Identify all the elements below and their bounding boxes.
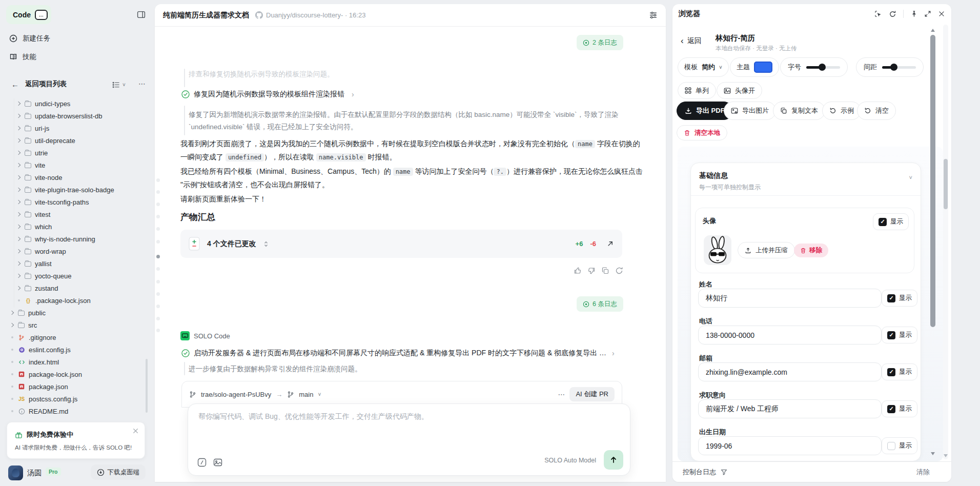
job-intention-field[interactable] bbox=[698, 399, 882, 418]
back-to-projects[interactable]: ← 返回项目列表 bbox=[11, 79, 67, 89]
download-desktop-button[interactable]: 下载桌面端 bbox=[91, 464, 146, 480]
collapse-section-icon[interactable]: ˅ bbox=[909, 174, 912, 180]
content-scrollbar[interactable] bbox=[930, 27, 936, 457]
user-name[interactable]: 汤圆 bbox=[27, 469, 42, 478]
tree-item[interactable]: vite-tsconfig-paths bbox=[0, 196, 146, 208]
panel-scrollbar[interactable] bbox=[943, 25, 948, 459]
tree-item[interactable]: JSpostcss.config.js bbox=[0, 393, 146, 405]
mode-switch-code[interactable]: Code ··· bbox=[6, 5, 51, 24]
chevron-down-icon[interactable]: ˅ bbox=[318, 392, 321, 397]
open-external-icon[interactable] bbox=[606, 240, 614, 248]
skills-button[interactable]: 技能 bbox=[9, 52, 36, 62]
target-branch[interactable]: main bbox=[299, 391, 313, 398]
log-count-badge[interactable]: 6 条日志 bbox=[577, 296, 623, 312]
font-size-slider[interactable] bbox=[806, 66, 840, 69]
theme-picker[interactable]: 主题 bbox=[730, 57, 779, 77]
upload-compress-button[interactable]: 上传并压缩 bbox=[738, 242, 795, 258]
avatar-show-toggle[interactable]: ✓ 显示 bbox=[873, 213, 909, 230]
field-show-toggle[interactable]: ✓显示 bbox=[882, 327, 917, 343]
new-task-button[interactable]: 新建任务 bbox=[9, 34, 50, 43]
close-icon[interactable] bbox=[133, 428, 138, 434]
step-check-row[interactable]: 修复因为随机示例数据导致的模板组件渲染报错 › bbox=[181, 90, 354, 99]
tree-item[interactable]: .gitignore bbox=[0, 331, 146, 343]
theme-color-swatch[interactable] bbox=[754, 62, 772, 73]
name-field[interactable] bbox=[698, 289, 882, 308]
template-select[interactable]: 模板 简约 ˅ bbox=[678, 57, 729, 77]
tree-item[interactable]: package.json bbox=[0, 380, 146, 393]
refresh-icon[interactable] bbox=[889, 10, 896, 18]
phone-field[interactable] bbox=[698, 326, 882, 345]
tree-item[interactable]: index.html bbox=[0, 356, 146, 368]
tree-item[interactable]: public bbox=[0, 307, 146, 319]
tree-item[interactable]: vite-plugin-trae-solo-badge bbox=[0, 184, 146, 196]
console-label[interactable]: 控制台日志 bbox=[683, 468, 716, 477]
tree-item[interactable]: src bbox=[0, 319, 146, 331]
chat-input[interactable] bbox=[198, 412, 620, 448]
slash-command-icon[interactable] bbox=[197, 458, 207, 467]
pin-icon[interactable] bbox=[910, 10, 917, 17]
avatar-toggle[interactable]: 头像开 bbox=[717, 82, 762, 99]
copy-icon[interactable] bbox=[601, 267, 609, 275]
tree-item[interactable]: vite bbox=[0, 159, 146, 171]
tree-item[interactable]: eslint.config.js bbox=[0, 343, 146, 356]
field-show-toggle[interactable]: 显示 bbox=[882, 437, 917, 454]
back-button[interactable]: ‹ 返回 bbox=[681, 36, 702, 46]
console-clear-button[interactable]: 清除 bbox=[916, 468, 930, 477]
step-check-row[interactable]: 启动开发服务器 & 进行页面布局在移动端和不同屏幕尺寸的响应式适配 & 重构修复… bbox=[181, 349, 615, 358]
tree-view-chevron-icon[interactable]: ˅ bbox=[122, 82, 126, 88]
regenerate-icon[interactable] bbox=[615, 267, 623, 275]
remove-avatar-button[interactable]: 移除 bbox=[794, 244, 828, 257]
filter-funnel-icon[interactable] bbox=[721, 469, 727, 475]
close-icon[interactable] bbox=[938, 10, 945, 17]
scrollbar-thumb[interactable] bbox=[930, 35, 935, 327]
thumbs-up-icon[interactable] bbox=[574, 267, 582, 275]
collapse-sidebar-icon[interactable] bbox=[137, 10, 146, 19]
spacing-slider[interactable] bbox=[882, 66, 916, 69]
clear-button[interactable]: 清空 bbox=[857, 102, 896, 120]
expand-sort-icon[interactable] bbox=[263, 240, 269, 248]
send-button[interactable] bbox=[604, 450, 623, 470]
avatar[interactable] bbox=[8, 465, 23, 480]
branch-more-icon[interactable]: ⋯ bbox=[558, 390, 565, 398]
files-changed-card[interactable]: 4 个文件已更改 +6 -6 bbox=[180, 230, 622, 258]
tree-view-icon[interactable] bbox=[112, 81, 120, 89]
birth-date-field[interactable] bbox=[698, 436, 882, 455]
scrollbar-thumb[interactable] bbox=[944, 159, 948, 209]
sample-button[interactable]: 示例 bbox=[822, 102, 861, 120]
scroll-down-arrow[interactable] bbox=[931, 452, 935, 455]
tree-item[interactable]: vitest bbox=[0, 208, 146, 220]
scroll-down-arrow[interactable] bbox=[944, 454, 948, 457]
tree-item[interactable]: why-is-node-running bbox=[0, 233, 146, 245]
tree-item[interactable]: update-browserslist-db bbox=[0, 110, 146, 122]
tree-item[interactable]: yocto-queue bbox=[0, 270, 146, 282]
expand-icon[interactable] bbox=[924, 10, 931, 17]
tree-item[interactable]: uri-js bbox=[0, 122, 146, 134]
tree-item[interactable]: zustand bbox=[0, 282, 146, 294]
field-show-toggle[interactable]: ✓显示 bbox=[882, 290, 917, 307]
chat-settings-icon[interactable] bbox=[649, 11, 658, 19]
scroll-up-arrow[interactable] bbox=[931, 29, 935, 32]
copy-text-button[interactable]: 复制文本 bbox=[773, 102, 825, 120]
tree-item[interactable]: vite-node bbox=[0, 171, 146, 184]
inspect-icon[interactable] bbox=[874, 10, 882, 18]
single-column-toggle[interactable]: 单列 bbox=[678, 82, 716, 99]
more-options-icon[interactable]: ⋯ bbox=[138, 79, 146, 88]
email-field[interactable] bbox=[698, 362, 882, 381]
tree-item[interactable]: yallist bbox=[0, 257, 146, 270]
thumbs-down-icon[interactable] bbox=[587, 267, 596, 275]
tree-item[interactable]: util-deprecate bbox=[0, 134, 146, 147]
tree-item[interactable]: undici-types bbox=[0, 97, 146, 110]
attach-image-icon[interactable] bbox=[213, 458, 222, 467]
tree-item[interactable]: utrie bbox=[0, 147, 146, 159]
export-image-button[interactable]: 导出图片 bbox=[724, 102, 776, 120]
tree-item[interactable]: {}.package-lock.json bbox=[0, 294, 146, 307]
source-branch[interactable]: trae/solo-agent-PsUBvy bbox=[201, 391, 271, 398]
sidebar-scrollbar[interactable] bbox=[146, 359, 148, 413]
log-count-badge[interactable]: 2 条日志 bbox=[577, 35, 623, 50]
tree-item[interactable]: README.md bbox=[0, 405, 146, 417]
ai-create-pr-button[interactable]: AI 创建 PR bbox=[569, 387, 615, 401]
tree-item[interactable]: word-wrap bbox=[0, 245, 146, 257]
field-show-toggle[interactable]: ✓显示 bbox=[882, 363, 917, 380]
model-selector[interactable]: SOLO Auto Model bbox=[544, 457, 596, 464]
field-show-toggle[interactable]: ✓显示 bbox=[882, 400, 917, 417]
